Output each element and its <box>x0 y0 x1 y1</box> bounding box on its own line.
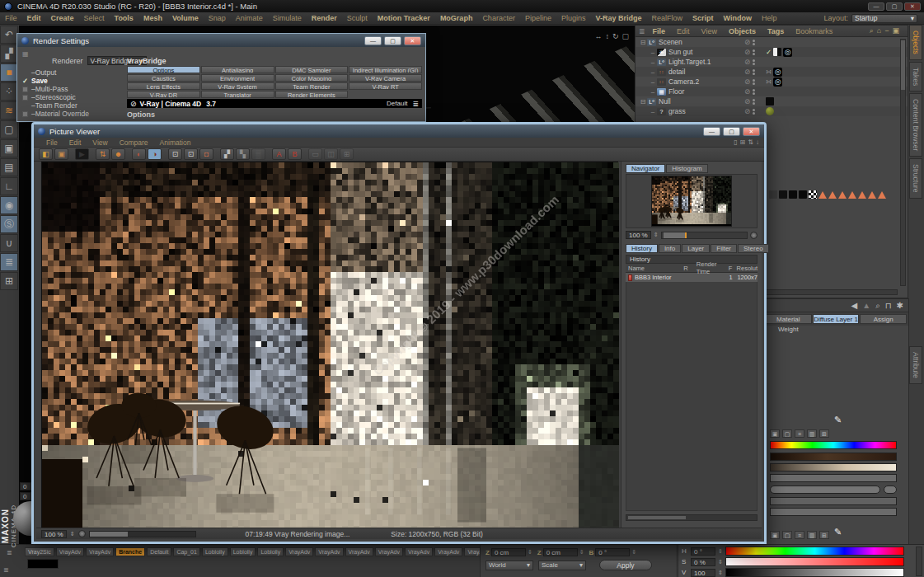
enable-icon[interactable]: ⊘ <box>744 87 750 96</box>
layout-dual-icon[interactable]: ◫ <box>324 148 338 160</box>
hsv-value-field[interactable]: 0 % <box>691 558 715 566</box>
texture-tag-icon[interactable] <box>773 48 781 56</box>
zoom-value-field[interactable]: 100 % <box>626 231 651 239</box>
user-icon[interactable]: ☻ <box>111 148 125 160</box>
tag-square[interactable] <box>789 190 797 199</box>
sidebar-hscrollbar[interactable] <box>626 514 757 521</box>
mouse-icon[interactable]: ◉ <box>0 196 18 214</box>
coord-value-field[interactable]: 0 cm <box>491 548 526 556</box>
rs-tab-v-ray-rt[interactable]: V-Ray RT <box>349 82 422 90</box>
material-tab-5[interactable]: Cap_01 <box>173 547 200 556</box>
snap-s-icon[interactable]: Ⓢ <box>0 215 18 233</box>
menu-realflow[interactable]: RealFlow <box>646 14 687 22</box>
tab-content-browser[interactable]: Content Browser <box>909 93 922 157</box>
visibility-dots[interactable]: ⊘ <box>744 107 755 115</box>
save-icon[interactable]: ▣ <box>54 148 68 160</box>
burger-menu-icon[interactable]: ≣ <box>412 100 419 108</box>
model-cube-icon[interactable]: ■ <box>0 63 18 82</box>
rs-tab-environment[interactable]: Environment <box>201 74 274 82</box>
om-menu-bookmarks[interactable]: Bookmarks <box>790 27 838 35</box>
cone-tag-icon[interactable] <box>858 191 866 199</box>
panel-icon[interactable]: ▯ <box>734 138 737 146</box>
enable-icon[interactable]: ⊘ <box>744 48 750 56</box>
minus-icon[interactable]: − <box>884 26 889 35</box>
mark-a-icon[interactable]: A <box>272 148 286 160</box>
tab-histogram[interactable]: Histogram <box>666 164 707 173</box>
gray-value-bar[interactable] <box>770 474 897 482</box>
forward-arrow-icon[interactable]: ▲ <box>862 301 870 310</box>
tag-square[interactable] <box>769 190 777 199</box>
rs-tab-v-ray-dr[interactable]: V-Ray DR <box>127 91 200 98</box>
object-row-light-target-1[interactable]: –LºLight.Target.1⊘ <box>636 57 908 67</box>
dropdown-bar[interactable] <box>770 497 897 505</box>
rs-tab-lens-effects[interactable]: Lens Effects <box>127 82 200 90</box>
visibility-dots[interactable]: ⊘ <box>744 58 755 66</box>
material-tab-10[interactable]: VrayAdv <box>315 547 343 556</box>
home-icon[interactable]: ⌂ <box>877 26 881 35</box>
object-row-floor[interactable]: –▦Floor⊘ <box>636 87 908 96</box>
select-a-icon[interactable]: ⊡ <box>168 148 182 160</box>
material-tab-12[interactable]: VrayAdv <box>375 547 403 556</box>
back-arrow-icon[interactable]: ◀ <box>851 301 858 310</box>
rs-item-stereoscopic[interactable]: –Stereoscopic <box>22 93 124 101</box>
menu-sculpt[interactable]: Sculpt <box>342 14 373 22</box>
status-zoom-field[interactable]: 100 % <box>41 530 67 538</box>
expander-icon[interactable]: ⊟ <box>639 98 647 106</box>
brown-color-bar[interactable] <box>770 453 897 461</box>
tab-filter[interactable]: Filter <box>711 244 737 253</box>
close-button[interactable]: ✕ <box>904 2 921 11</box>
checkbox[interactable] <box>22 95 28 101</box>
stepper-icon[interactable]: ⇕ <box>631 549 636 556</box>
rs-tab-render-elements[interactable]: Render Elements <box>275 91 349 98</box>
material-tab-3[interactable]: Branche <box>115 547 145 556</box>
expander-icon[interactable]: ⊟ <box>639 39 647 46</box>
material-tag-green[interactable] <box>766 107 774 115</box>
undo-icon[interactable]: ↶ <box>0 26 18 44</box>
beige-gradient-bar[interactable] <box>770 463 897 471</box>
convert-icon[interactable]: ⇅ <box>96 148 110 160</box>
compare-off-icon[interactable]: ▒ <box>251 148 265 160</box>
select-ab-icon[interactable]: ◘ <box>199 148 213 160</box>
checkbox[interactable] <box>22 111 28 117</box>
rs-minimize-button[interactable]: — <box>364 36 382 45</box>
tag-square[interactable] <box>799 190 807 199</box>
layer-lock-icon[interactable]: ≣ <box>0 253 18 271</box>
menu-window[interactable]: Window <box>719 14 757 22</box>
render-dots[interactable] <box>753 109 755 115</box>
enable-icon[interactable]: ⊘ <box>744 97 750 106</box>
visibility-dots[interactable]: ⊘ <box>744 87 755 96</box>
menu-create[interactable]: Create <box>46 14 79 22</box>
tab-layer[interactable]: Layer <box>682 244 710 253</box>
collapse-icon[interactable]: ↓ <box>756 138 759 146</box>
render-dots[interactable] <box>753 59 755 65</box>
color-picker-scrollbar[interactable] <box>916 547 922 576</box>
menu-pipeline[interactable]: Pipeline <box>520 14 556 22</box>
navigator-thumbnail[interactable] <box>652 176 731 224</box>
visibility-dots[interactable]: ⊘ <box>744 97 755 106</box>
compare-frames-icon[interactable]: ▞ <box>220 148 234 160</box>
visibility-dots[interactable]: ⊘ <box>744 68 755 76</box>
rs-tab-indirect-illumination-gi-[interactable]: Indirect Illumination (GI) <box>349 66 422 73</box>
menu-mograph[interactable]: MoGraph <box>435 14 478 22</box>
apply-button[interactable]: Apply <box>599 560 652 570</box>
coord-value-field[interactable]: 0 cm <box>543 548 578 556</box>
tab-history[interactable]: History <box>626 244 658 253</box>
menu-motion-tracker[interactable]: Motion Tracker <box>373 14 435 22</box>
cone-tag-icon[interactable] <box>838 191 847 199</box>
menu-tools[interactable]: Tools <box>110 14 138 22</box>
tab-info[interactable]: Info <box>659 244 681 253</box>
rs-item-output[interactable]: –Output <box>22 68 124 77</box>
attr-tab-assign[interactable]: Assign <box>860 314 907 324</box>
stepper-icon[interactable]: ⇕ <box>718 548 723 555</box>
menu-character[interactable]: Character <box>477 14 520 22</box>
menu-edit[interactable]: Edit <box>22 14 46 22</box>
object-manager-vscrollbar[interactable] <box>900 39 906 286</box>
stepper-icon[interactable]: ⇕ <box>579 549 584 556</box>
object-row-sun-gut[interactable]: –☀Sun gut⊘✓◎ <box>636 47 908 57</box>
lock-icon[interactable]: ⊓ <box>885 301 892 310</box>
menu-simulate[interactable]: Simulate <box>268 14 307 22</box>
cone-tag-icon[interactable] <box>848 191 856 199</box>
layout-quad-icon[interactable]: ⊞ <box>340 148 354 160</box>
open-icon[interactable]: ◧ <box>39 148 53 160</box>
zoom-slider[interactable] <box>661 232 748 239</box>
